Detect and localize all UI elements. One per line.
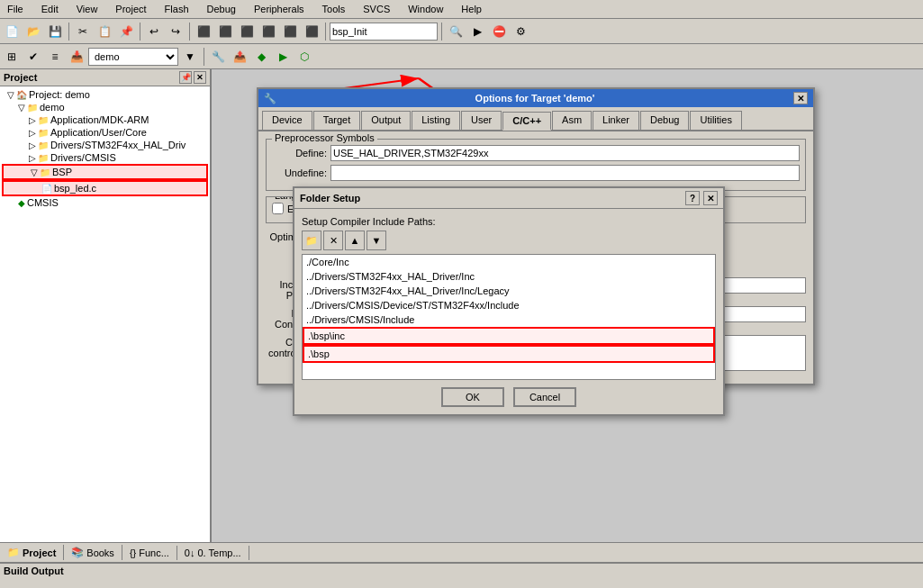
folder-up-btn[interactable]: ▲: [345, 231, 365, 250]
tab-linker[interactable]: Linker: [593, 111, 639, 130]
folder-add-btn[interactable]: 📁: [302, 231, 321, 250]
menu-window[interactable]: Window: [404, 2, 447, 16]
tree-item-app-user[interactable]: ▷ 📁 Application/User/Core: [2, 126, 208, 139]
menu-project[interactable]: Project: [112, 2, 149, 16]
options-btn[interactable]: ⚙: [511, 22, 530, 41]
folder-down-btn[interactable]: ▼: [366, 231, 386, 250]
play-btn[interactable]: ⬡: [294, 47, 314, 67]
undefine-input[interactable]: [330, 165, 800, 181]
folder-close-btn[interactable]: ✕: [703, 191, 718, 205]
grid-btn[interactable]: ⊞: [2, 47, 22, 67]
stop-btn[interactable]: ⛔: [489, 22, 509, 41]
tree-item-cmsis[interactable]: ◆ CMSIS: [2, 196, 208, 209]
undo-btn[interactable]: ↩: [144, 22, 164, 41]
tree-item-bsp-led[interactable]: 📄 bsp_led.c: [2, 180, 208, 196]
menu-flash[interactable]: Flash: [161, 2, 193, 16]
path-item-4[interactable]: ../Drivers/CMSIS/Include: [303, 312, 715, 327]
bottom-tab-project[interactable]: 📁 Project: [0, 545, 64, 560]
collapse-icon: ▽: [7, 90, 14, 100]
panel-close-btn[interactable]: ✕: [194, 71, 206, 84]
tree-item-bsp[interactable]: ▽ 📁 BSP: [2, 164, 208, 180]
project-icon: 🏠: [16, 90, 27, 100]
copy-btn[interactable]: 📋: [95, 22, 114, 41]
tree-item-demo[interactable]: ▽ 📁 demo: [2, 101, 208, 113]
btn5[interactable]: ⬛: [280, 22, 300, 41]
bottom-tab-books[interactable]: 📚 Books: [64, 545, 122, 560]
tabs-bar: Device Target Output Listing User C/C++ …: [258, 107, 813, 131]
path-item-0[interactable]: ./Core/Inc: [303, 255, 715, 269]
save-btn[interactable]: 💾: [45, 22, 65, 41]
panel-pin-btn[interactable]: 📌: [179, 71, 192, 84]
find-btn[interactable]: 🔍: [446, 22, 466, 41]
preprocessor-label: Preprocessor Symbols: [272, 132, 377, 143]
load-btn[interactable]: 📥: [67, 47, 86, 67]
btn3[interactable]: ⬛: [237, 22, 257, 41]
tree-item-label: CMSIS: [27, 197, 59, 208]
menu-edit[interactable]: Edit: [38, 2, 62, 16]
menu-debug[interactable]: Debug: [204, 2, 240, 16]
redo-btn[interactable]: ↪: [166, 22, 186, 41]
path-item-2[interactable]: ../Drivers/STM32F4xx_HAL_Driver/Inc/Lega…: [303, 284, 715, 298]
tree-item-root[interactable]: ▽ 🏠 Project: demo: [2, 88, 208, 101]
menu-view[interactable]: View: [73, 2, 102, 16]
folder-cancel-btn[interactable]: Cancel: [513, 387, 576, 407]
tab-utilities[interactable]: Utilities: [690, 111, 741, 130]
btn2[interactable]: ⬛: [215, 22, 235, 41]
load2-btn[interactable]: 📤: [230, 47, 249, 67]
tree-item-app-mdk[interactable]: ▷ 📁 Application/MDK-ARM: [2, 113, 208, 126]
project-panel: Project 📌 ✕ ▽ 🏠 Project: demo ▽ 📁 demo: [0, 69, 212, 542]
path-item-5[interactable]: .\bsp\inc: [303, 327, 715, 345]
tree-item-drv-cmsis[interactable]: ▷ 📁 Drivers/CMSIS: [2, 151, 208, 164]
menu-tools[interactable]: Tools: [319, 2, 349, 16]
tab-listing[interactable]: Listing: [412, 111, 460, 130]
tab-device[interactable]: Device: [262, 111, 312, 130]
paste-btn[interactable]: 📌: [116, 22, 136, 41]
diamond-btn[interactable]: ◆: [251, 47, 271, 67]
folder-buttons: OK Cancel: [302, 387, 716, 407]
menu-peripherals[interactable]: Peripherals: [250, 2, 308, 16]
folder-icon: 📁: [38, 115, 49, 125]
folder-ok-btn[interactable]: OK: [441, 387, 504, 407]
file-icon: 📄: [41, 184, 52, 194]
tab-debug[interactable]: Debug: [640, 111, 689, 130]
tab-user[interactable]: User: [461, 111, 502, 130]
tree-item-drv-stm32[interactable]: ▷ 📁 Drivers/STM32F4xx_HAL_Driv: [2, 139, 208, 151]
tab-cc[interactable]: C/C++: [502, 112, 551, 131]
target-combo[interactable]: demo: [88, 48, 178, 66]
folder-icon: 📁: [27, 103, 38, 113]
cut-btn[interactable]: ✂: [73, 22, 93, 41]
tab-asm[interactable]: Asm: [552, 111, 592, 130]
tree-item-label: Project: demo: [29, 89, 90, 100]
menu-svcs[interactable]: SVCS: [359, 2, 394, 16]
tab-target[interactable]: Target: [313, 111, 361, 130]
path-item-3[interactable]: ../Drivers/CMSIS/Device/ST/STM32F4xx/Inc…: [303, 298, 715, 312]
btn1[interactable]: ⬛: [194, 22, 213, 41]
undefine-row: Undefine:: [272, 165, 800, 181]
btn6[interactable]: ⬛: [302, 22, 321, 41]
folder-help-btn[interactable]: ?: [685, 191, 700, 205]
bottom-tab-temp[interactable]: 0↓ 0. Temp...: [177, 546, 249, 560]
new-btn[interactable]: 📄: [2, 22, 22, 41]
tab-output[interactable]: Output: [361, 111, 411, 130]
path-item-1[interactable]: ../Drivers/STM32F4xx_HAL_Driver/Inc: [303, 269, 715, 284]
define-input[interactable]: [330, 145, 800, 161]
check-btn[interactable]: ✔: [23, 47, 43, 67]
debug-config-btn[interactable]: 🔧: [208, 47, 228, 67]
options-dialog-close-btn[interactable]: ✕: [793, 92, 808, 104]
list-btn[interactable]: ≡: [45, 47, 65, 67]
menu-bar: File Edit View Project Flash Debug Perip…: [0, 0, 923, 19]
execute-only-checkbox[interactable]: [272, 203, 284, 214]
function-input[interactable]: [330, 23, 438, 41]
path-item-6[interactable]: .\bsp: [303, 345, 715, 363]
btn4[interactable]: ⬛: [258, 22, 278, 41]
target-settings-btn[interactable]: ▼: [180, 47, 200, 67]
menu-help[interactable]: Help: [457, 2, 485, 16]
folder-delete-btn[interactable]: ✕: [323, 231, 343, 250]
menu-file[interactable]: File: [4, 2, 27, 16]
open-btn[interactable]: 📂: [23, 22, 43, 41]
run-btn[interactable]: ▶: [273, 47, 293, 67]
bottom-tab-func[interactable]: {} Func...: [122, 546, 177, 560]
goto-btn[interactable]: ▶: [467, 22, 487, 41]
expand-icon: ▽: [31, 167, 38, 177]
temp-tab-label: 0. Temp...: [197, 547, 240, 558]
